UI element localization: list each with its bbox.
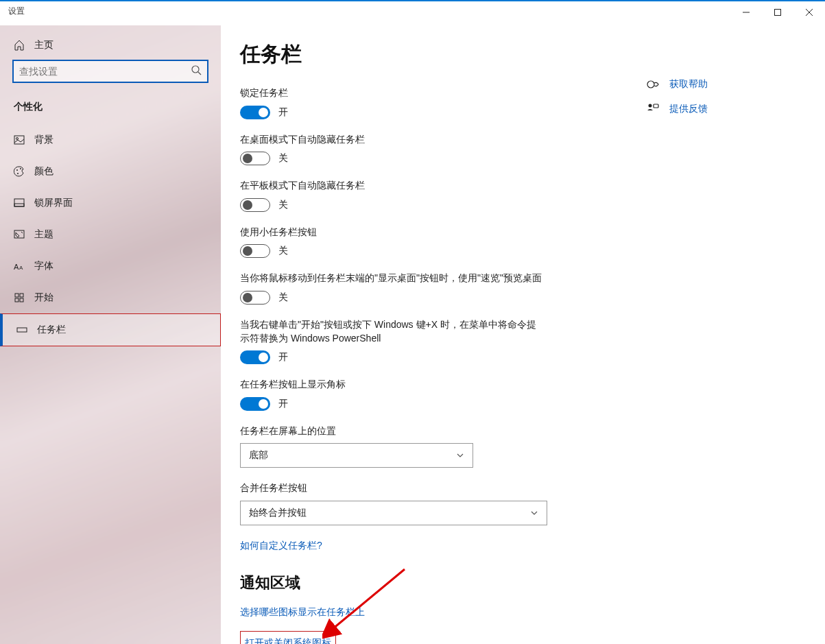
svg-point-8 bbox=[16, 169, 18, 171]
svg-rect-18 bbox=[20, 294, 23, 297]
taskbar-icon bbox=[16, 324, 27, 335]
setting-label: 在任务栏按钮上显示角标 bbox=[240, 378, 542, 392]
svg-line-14 bbox=[21, 232, 23, 233]
svg-rect-21 bbox=[17, 328, 27, 332]
maximize-button[interactable] bbox=[762, 1, 793, 23]
svg-rect-12 bbox=[14, 204, 24, 206]
feedback-icon bbox=[646, 102, 660, 116]
sidebar-home-label: 主页 bbox=[34, 39, 53, 51]
notification-section-title: 通知区域 bbox=[240, 573, 627, 593]
sidebar-item-font[interactable]: AA字体 bbox=[0, 250, 221, 282]
aside-help-label: 获取帮助 bbox=[669, 78, 708, 91]
toggle-state-label: 关 bbox=[278, 291, 288, 304]
sidebar-item-label: 颜色 bbox=[34, 165, 53, 178]
toggle-switch[interactable] bbox=[240, 397, 270, 411]
toggle-state-label: 开 bbox=[278, 106, 288, 119]
customize-link[interactable]: 如何自定义任务栏? bbox=[240, 540, 322, 552]
sidebar-item-label: 锁屏界面 bbox=[34, 197, 73, 209]
picture-icon bbox=[14, 134, 25, 145]
svg-line-5 bbox=[198, 72, 201, 75]
lockscreen-icon bbox=[14, 198, 25, 208]
svg-point-23 bbox=[649, 104, 652, 108]
position-value: 底部 bbox=[249, 449, 268, 462]
sidebar-item-theme[interactable]: 主题 bbox=[0, 219, 221, 250]
sidebar-item-picture[interactable]: 背景 bbox=[0, 124, 221, 156]
search-box[interactable] bbox=[12, 60, 208, 83]
toggle-switch[interactable] bbox=[240, 244, 270, 258]
setting-label: 锁定任务栏 bbox=[240, 86, 542, 100]
setting-label: 当我右键单击"开始"按钮或按下 Windows 键+X 时，在菜单中将命令提示符… bbox=[240, 318, 542, 345]
sidebar-item-label: 背景 bbox=[34, 134, 53, 146]
toggle-switch[interactable] bbox=[240, 152, 270, 165]
combine-label: 合并任务栏按钮 bbox=[240, 481, 542, 495]
toggle-state-label: 开 bbox=[278, 351, 288, 363]
help-icon bbox=[646, 77, 660, 91]
setting-label: 在桌面模式下自动隐藏任务栏 bbox=[240, 133, 542, 147]
toggle-state-label: 关 bbox=[278, 199, 288, 211]
minimize-icon bbox=[742, 8, 750, 16]
maximize-icon bbox=[774, 8, 782, 16]
svg-rect-17 bbox=[15, 294, 19, 297]
combine-dropdown[interactable]: 始终合并按钮 bbox=[240, 501, 547, 525]
position-dropdown[interactable]: 底部 bbox=[240, 443, 473, 468]
svg-point-4 bbox=[192, 66, 199, 73]
aside-panel: 获取帮助 提供反馈 bbox=[646, 25, 824, 644]
svg-rect-6 bbox=[14, 136, 24, 144]
titlebar: 设置 bbox=[0, 1, 825, 25]
aside-feedback[interactable]: 提供反馈 bbox=[646, 97, 811, 121]
toggle-state-label: 开 bbox=[278, 398, 288, 410]
svg-text:A: A bbox=[14, 263, 19, 271]
toggle-switch[interactable] bbox=[240, 198, 270, 212]
toggle-switch[interactable] bbox=[240, 291, 270, 305]
svg-point-7 bbox=[16, 138, 19, 140]
svg-rect-20 bbox=[20, 298, 23, 302]
sidebar-item-taskbar[interactable]: 任务栏 bbox=[0, 313, 221, 346]
sidebar-item-label: 开始 bbox=[34, 291, 53, 304]
svg-point-9 bbox=[17, 173, 19, 174]
toggle-switch[interactable] bbox=[240, 350, 270, 364]
minimize-button[interactable] bbox=[730, 1, 762, 23]
toggle-state-label: 关 bbox=[278, 152, 288, 165]
sidebar-item-start[interactable]: 开始 bbox=[0, 282, 221, 313]
sidebar-item-label: 字体 bbox=[34, 260, 53, 272]
sidebar-item-label: 主题 bbox=[34, 228, 53, 241]
sidebar-item-lockscreen[interactable]: 锁屏界面 bbox=[0, 187, 221, 219]
svg-rect-19 bbox=[15, 298, 19, 302]
svg-text:A: A bbox=[19, 265, 23, 271]
content-area: 任务栏 锁定任务栏开在桌面模式下自动隐藏任务栏关在平板模式下自动隐藏任务栏关使用… bbox=[221, 25, 646, 644]
sidebar-category-label: 个性化 bbox=[0, 93, 221, 124]
notification-link-system-icons[interactable]: 打开或关闭系统图标 bbox=[240, 631, 336, 644]
notification-link-select-icons[interactable]: 选择哪些图标显示在任务栏上 bbox=[240, 606, 365, 619]
svg-point-10 bbox=[20, 168, 21, 169]
toggle-state-label: 关 bbox=[278, 245, 288, 257]
close-button[interactable] bbox=[793, 1, 825, 23]
sidebar: 主页 个性化 背景颜色锁屏界面主题AA字体开始任务栏 bbox=[0, 25, 221, 644]
chevron-down-icon bbox=[530, 509, 538, 517]
palette-icon bbox=[14, 166, 25, 177]
setting-label: 当你将鼠标移动到任务栏末端的"显示桌面"按钮时，使用"速览"预览桌面 bbox=[240, 272, 542, 285]
aside-feedback-label: 提供反馈 bbox=[669, 103, 708, 115]
svg-rect-1 bbox=[775, 10, 781, 16]
combine-value: 始终合并按钮 bbox=[249, 507, 307, 519]
aside-get-help[interactable]: 获取帮助 bbox=[646, 72, 811, 97]
sidebar-item-label: 任务栏 bbox=[37, 324, 66, 336]
svg-rect-11 bbox=[14, 199, 24, 206]
start-icon bbox=[14, 292, 25, 303]
page-title: 任务栏 bbox=[240, 40, 627, 69]
setting-label: 在平板模式下自动隐藏任务栏 bbox=[240, 179, 542, 193]
chevron-down-icon bbox=[456, 451, 464, 460]
font-icon: AA bbox=[14, 261, 25, 272]
window-title: 设置 bbox=[0, 1, 33, 21]
toggle-switch[interactable] bbox=[240, 106, 270, 119]
sidebar-item-palette[interactable]: 颜色 bbox=[0, 156, 221, 187]
search-icon bbox=[191, 64, 202, 78]
home-icon bbox=[14, 40, 25, 51]
close-icon bbox=[805, 8, 813, 16]
setting-label: 使用小任务栏按钮 bbox=[240, 226, 542, 239]
svg-point-22 bbox=[647, 81, 654, 88]
search-input[interactable] bbox=[19, 66, 191, 77]
theme-icon bbox=[14, 229, 25, 240]
sidebar-home[interactable]: 主页 bbox=[0, 31, 221, 60]
svg-rect-24 bbox=[654, 104, 658, 108]
position-label: 任务栏在屏幕上的位置 bbox=[240, 425, 542, 438]
